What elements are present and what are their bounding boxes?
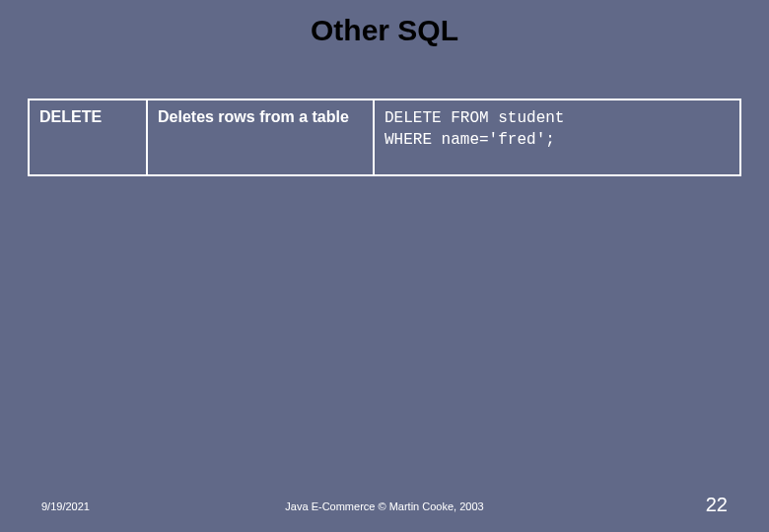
slide: Other SQL DELETE Deletes rows from a tab…: [0, 0, 769, 532]
cell-description: Deletes rows from a table: [147, 100, 374, 175]
footer-page-number: 22: [706, 494, 728, 516]
footer-copyright: Java E-Commerce © Martin Cooke, 2003: [0, 500, 769, 512]
slide-title: Other SQL: [0, 14, 769, 47]
sql-table: DELETE Deletes rows from a table DELETE …: [28, 99, 741, 176]
table: DELETE Deletes rows from a table DELETE …: [28, 99, 741, 176]
cell-code: DELETE FROM student WHERE name='fred';: [374, 100, 740, 175]
cell-command: DELETE: [29, 100, 147, 175]
table-row: DELETE Deletes rows from a table DELETE …: [29, 100, 740, 175]
